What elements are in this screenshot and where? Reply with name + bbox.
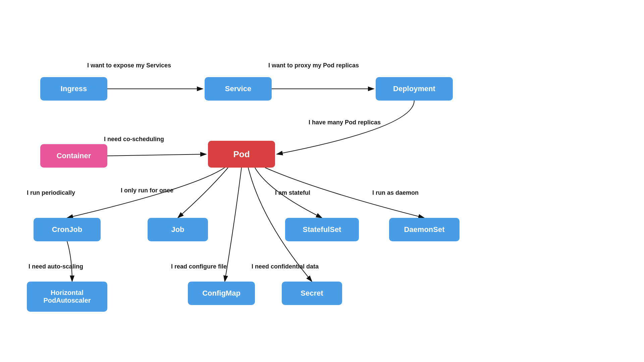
node-configmap: ConfigMap [188,282,255,305]
node-statefulset: StatefulSet [285,218,359,241]
label-periodically: I run periodically [27,189,75,196]
node-ingress: Ingress [40,77,107,101]
label-daemon: I run as daemon [372,189,419,196]
label-coschedule: I need co-scheduling [104,136,164,143]
label-autoscaling: I need auto-scaling [29,263,83,270]
node-job: Job [148,218,208,241]
label-stateful: I am stateful [275,189,310,196]
node-service: Service [205,77,272,101]
node-pod: Pod [208,141,275,168]
label-onlyonce: I only run for once [121,187,173,194]
node-cronjob: CronJob [34,218,101,241]
label-expose: I want to expose my Services [87,62,171,69]
label-proxy: I want to proxy my Pod replicas [268,62,359,69]
label-manyreplicas: I have many Pod replicas [309,119,381,126]
node-hpa: Horizontal PodAutoscaler [27,282,107,312]
node-daemonset: DaemonSet [389,218,460,241]
node-container: Container [40,144,107,168]
label-configure: I read configure file [171,263,227,270]
label-confidential: I need confidential data [252,263,319,270]
node-deployment: Deployment [376,77,453,101]
diagram-container: Ingress Service Deployment Container Pod… [0,0,644,362]
node-secret: Secret [282,282,342,305]
